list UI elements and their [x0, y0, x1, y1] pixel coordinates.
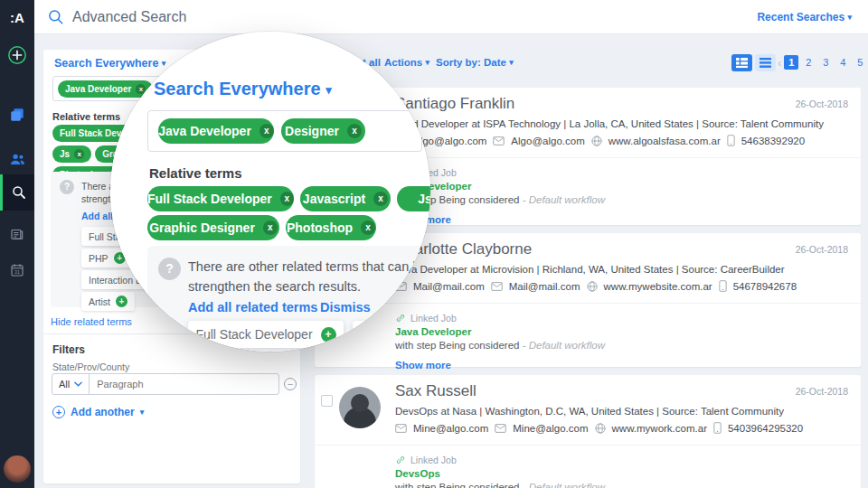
- add-term-icon[interactable]: +: [116, 296, 127, 307]
- hint-text-zoomed: There are other related terms that can b…: [188, 259, 427, 274]
- website-value[interactable]: www.algoalsfasa.com.ar: [609, 136, 721, 146]
- phone-value[interactable]: 54638392920: [741, 136, 805, 146]
- workflow-label: - Default workflow: [523, 482, 605, 488]
- globe-icon: [591, 136, 602, 146]
- prev-page-icon[interactable]: ‹: [778, 56, 781, 70]
- relative-term-tag-zoomed: Graphic Designerx: [147, 215, 279, 240]
- phone-icon: [713, 422, 722, 434]
- page-button[interactable]: 3: [818, 55, 833, 70]
- candidate-meta: DevsOps at Nasa | Washington, D.C, WA, U…: [395, 406, 784, 417]
- search-icon: [47, 8, 65, 30]
- page-button[interactable]: 2: [801, 55, 816, 70]
- email-value[interactable]: Mine@algo.com: [413, 423, 488, 434]
- filter-input-row: All: [52, 373, 279, 395]
- suggested-term[interactable]: Artist+: [81, 292, 135, 311]
- scope-dropdown[interactable]: Search Everywhere ▾: [54, 57, 165, 70]
- contact-row: Mine@algo.com Mine@algo.com www.mywork.c…: [395, 422, 803, 434]
- workflow-label: - Default workflow: [523, 340, 605, 351]
- remove-tag-icon: x: [361, 221, 375, 235]
- row-checkbox[interactable]: [321, 395, 333, 407]
- candidate-name[interactable]: Santiago Franklin: [395, 95, 514, 113]
- linked-job-title[interactable]: DevsOps: [395, 468, 605, 479]
- email-icon: [491, 282, 503, 291]
- list-view-toggle[interactable]: [755, 54, 776, 71]
- relative-term-tag-zoomed: Photoshopx: [286, 215, 376, 240]
- website-value[interactable]: www.mywebsite.com.ar: [604, 281, 712, 292]
- advanced-search-page: :A 31 Advanced Search Recent Searches ▾: [0, 0, 868, 488]
- link-icon: [395, 313, 406, 324]
- email-icon: [395, 424, 407, 433]
- remove-tag-icon[interactable]: x: [74, 149, 84, 159]
- relative-terms-heading-zoomed: Relative terms: [149, 165, 242, 181]
- filter-value-input[interactable]: [90, 374, 278, 394]
- plus-circle-icon: +: [52, 406, 65, 418]
- website-value[interactable]: www.mywork.com.ar: [612, 423, 707, 434]
- linked-job-block: Linked Job Java Developer with step Bein…: [395, 313, 605, 371]
- email-value[interactable]: Mail@mail.com: [509, 281, 580, 292]
- actions-dropdown[interactable]: Actions ▾: [384, 57, 429, 68]
- contact-row: Algo@algo.com Algo@algo.com www.algoalsf…: [395, 135, 805, 146]
- page-button[interactable]: 4: [835, 55, 850, 70]
- linked-job-title[interactable]: Java Developer: [395, 326, 605, 337]
- phone-icon: [719, 280, 727, 292]
- email-value[interactable]: Algo@algo.com: [511, 136, 584, 146]
- relative-term-tag-zoomed: Full Stack Developerx: [147, 186, 294, 211]
- result-card[interactable]: Sax Russell 26-Oct-2018 DevsOps at Nasa …: [315, 375, 861, 488]
- help-icon: ?: [60, 180, 74, 194]
- contact-row: Mail@mail.com Mail@mail.com www.mywebsit…: [395, 280, 797, 292]
- phone-icon: [727, 135, 735, 146]
- linked-job-block: Linked Job DevsOps with step Being consi…: [395, 455, 605, 488]
- email-icon: [493, 136, 505, 145]
- relative-terms-heading: Relative terms: [52, 111, 120, 122]
- jobs-copy-icon[interactable]: [0, 98, 34, 132]
- globe-icon: [595, 423, 606, 434]
- search-term-tag-zoomed: Designerx: [281, 118, 365, 144]
- caret-down-icon: ▾: [326, 83, 332, 97]
- workflow-label: - Default workflow: [523, 194, 605, 205]
- card-view-toggle[interactable]: [731, 54, 752, 71]
- remove-filter-icon[interactable]: −: [284, 378, 297, 390]
- hide-related-terms-link[interactable]: Hide related terms: [51, 316, 132, 327]
- filter-operator-select[interactable]: All: [52, 374, 90, 394]
- hint-text-zoomed: strengthen the search results.: [188, 279, 361, 294]
- add-another-filter-button[interactable]: + Add another ▾: [52, 406, 144, 418]
- email-value[interactable]: Algo@algo.com: [413, 136, 486, 146]
- sort-by-dropdown[interactable]: Sorty by: Date ▾: [436, 57, 514, 68]
- phone-value[interactable]: 54678942678: [733, 281, 797, 292]
- candidates-people-icon[interactable]: [0, 142, 34, 176]
- globe-icon: [587, 281, 598, 292]
- add-all-related-link-zoomed: Add all related terms: [188, 300, 317, 314]
- caret-down-icon: ▾: [140, 408, 145, 417]
- add-circle-icon[interactable]: [0, 38, 34, 72]
- page-button[interactable]: 5: [853, 55, 867, 70]
- relative-term-tag[interactable]: Jsx: [52, 145, 91, 163]
- remove-tag-icon: x: [373, 192, 388, 206]
- show-more-link[interactable]: Show more: [395, 360, 605, 371]
- phone-value[interactable]: 5403964295320: [728, 423, 803, 434]
- chevron-down-icon: [74, 381, 82, 387]
- calendar-icon[interactable]: 31: [0, 253, 34, 287]
- filter-field-label: State/Prov/County: [52, 361, 129, 372]
- page-button[interactable]: 1: [784, 55, 798, 70]
- news-icon[interactable]: [0, 217, 34, 251]
- relative-term-tag-zoomed: Javascriptx: [300, 186, 391, 211]
- user-avatar[interactable]: [4, 455, 31, 483]
- remove-tag-icon: x: [259, 124, 274, 138]
- link-icon: [395, 455, 406, 465]
- card-view-icon: [735, 57, 749, 69]
- caret-down-icon: ▾: [425, 58, 429, 67]
- email-value[interactable]: Mail@mail.com: [413, 281, 485, 292]
- search-term-tag[interactable]: Java Developerx: [58, 80, 153, 98]
- email-icon: [495, 424, 506, 433]
- candidate-name[interactable]: Sax Russell: [395, 382, 476, 400]
- search-term-tag-zoomed: Java Developerx: [158, 118, 274, 144]
- sidebar: :A 31: [0, 0, 34, 488]
- caret-down-icon: ▾: [162, 59, 166, 68]
- search-nav-icon[interactable]: [0, 174, 34, 211]
- candidate-avatar: [339, 387, 381, 428]
- recent-searches-button[interactable]: Recent Searches ▾: [757, 11, 852, 23]
- help-icon: ?: [158, 258, 181, 280]
- candidate-meta: Java Developer at Microvision | Richland…: [395, 264, 785, 275]
- divider: [315, 303, 861, 304]
- email-value[interactable]: Mine@algo.com: [513, 423, 588, 434]
